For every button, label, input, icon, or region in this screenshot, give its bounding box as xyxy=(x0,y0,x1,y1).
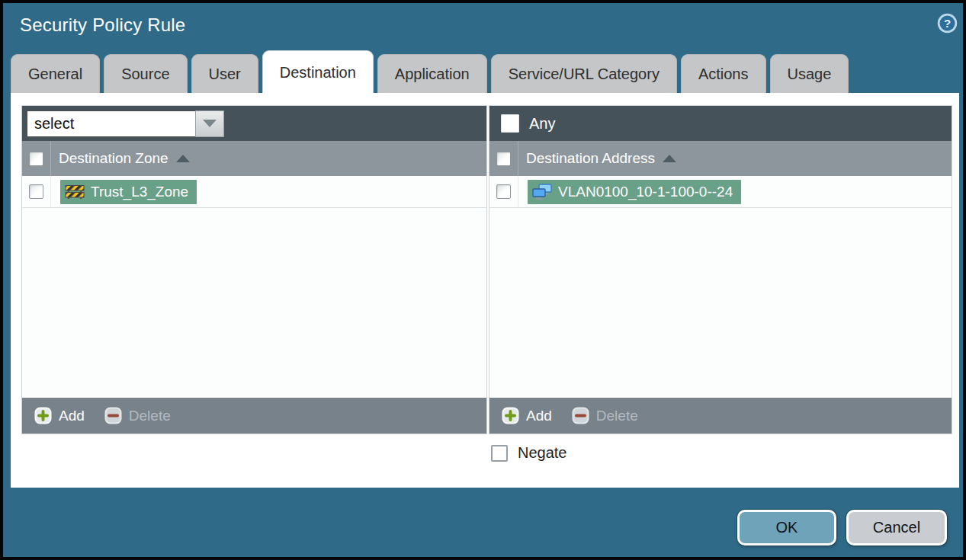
minus-icon xyxy=(572,407,589,424)
plus-icon xyxy=(502,407,519,424)
address-add-button[interactable]: Add xyxy=(502,407,552,424)
tab-service-url-category[interactable]: Service/URL Category xyxy=(491,54,677,93)
zone-select-all-checkbox[interactable] xyxy=(29,152,43,166)
address-select-all-checkbox[interactable] xyxy=(496,152,511,166)
minus-icon xyxy=(104,407,122,424)
zone-list-item[interactable]: Trust_L3_Zone xyxy=(22,176,486,208)
address-any-bar: Any xyxy=(489,106,952,141)
zone-column-header-row: Destination Zone xyxy=(22,141,486,176)
security-policy-rule-dialog: Security Policy Rule ? General Source Us… xyxy=(0,0,966,560)
tab-user[interactable]: User xyxy=(191,54,258,93)
tab-actions[interactable]: Actions xyxy=(681,54,766,93)
zone-select-input[interactable] xyxy=(27,110,195,137)
zone-select-bar xyxy=(22,106,486,141)
tab-usage[interactable]: Usage xyxy=(770,54,849,93)
negate-checkbox[interactable] xyxy=(491,445,508,462)
zone-value-chip[interactable]: Trust_L3_Zone xyxy=(60,180,197,204)
any-checkbox[interactable] xyxy=(501,114,519,133)
zone-list: Trust_L3_Zone xyxy=(22,176,486,398)
address-list-item[interactable]: VLAN0100_10-1-100-0--24 xyxy=(489,176,952,208)
address-row-checkbox[interactable] xyxy=(496,184,511,199)
help-icon[interactable]: ? xyxy=(937,13,958,34)
zone-select-dropdown-button[interactable] xyxy=(195,110,224,137)
zone-column-header[interactable]: Destination Zone xyxy=(59,150,168,167)
address-delete-button[interactable]: Delete xyxy=(572,407,638,424)
tab-destination[interactable]: Destination xyxy=(262,50,374,93)
address-icon xyxy=(532,184,552,200)
address-value-label: VLAN0100_10-1-100-0--24 xyxy=(558,184,733,200)
zone-value-label: Trust_L3_Zone xyxy=(91,184,188,200)
address-column-header[interactable]: Destination Address xyxy=(526,150,655,167)
plus-icon xyxy=(34,407,52,424)
chevron-down-icon xyxy=(203,120,217,127)
destination-tab-content: Destination Zone xyxy=(11,93,959,488)
zone-icon xyxy=(65,184,85,200)
tab-source[interactable]: Source xyxy=(104,54,187,93)
tab-application[interactable]: Application xyxy=(377,54,487,93)
zone-toolbar: Add Delete xyxy=(22,398,486,434)
svg-text:?: ? xyxy=(944,17,951,30)
ok-button[interactable]: OK xyxy=(737,510,836,546)
negate-label: Negate xyxy=(518,444,567,462)
zone-delete-button[interactable]: Delete xyxy=(104,407,171,424)
address-toolbar: Add Delete xyxy=(489,398,952,434)
cancel-button[interactable]: Cancel xyxy=(846,510,947,546)
zone-row-checkbox[interactable] xyxy=(29,184,43,199)
destination-address-panel: Any Destination Address xyxy=(489,106,952,434)
any-checkbox-group[interactable]: Any xyxy=(501,114,555,133)
sort-ascending-icon xyxy=(176,155,190,162)
tab-general[interactable]: General xyxy=(11,54,100,93)
address-list: VLAN0100_10-1-100-0--24 xyxy=(489,176,952,398)
address-value-chip[interactable]: VLAN0100_10-1-100-0--24 xyxy=(528,180,741,204)
negate-checkbox-group[interactable]: Negate xyxy=(491,444,567,462)
any-label: Any xyxy=(529,115,555,133)
tab-strip: General Source User Destination Applicat… xyxy=(11,50,849,93)
destination-zone-panel: Destination Zone xyxy=(22,106,486,434)
zone-select-combobox xyxy=(27,110,224,137)
sort-ascending-icon xyxy=(663,155,676,162)
dialog-title: Security Policy Rule xyxy=(20,14,185,36)
address-column-header-row: Destination Address xyxy=(489,141,952,176)
zone-add-button[interactable]: Add xyxy=(34,407,85,424)
